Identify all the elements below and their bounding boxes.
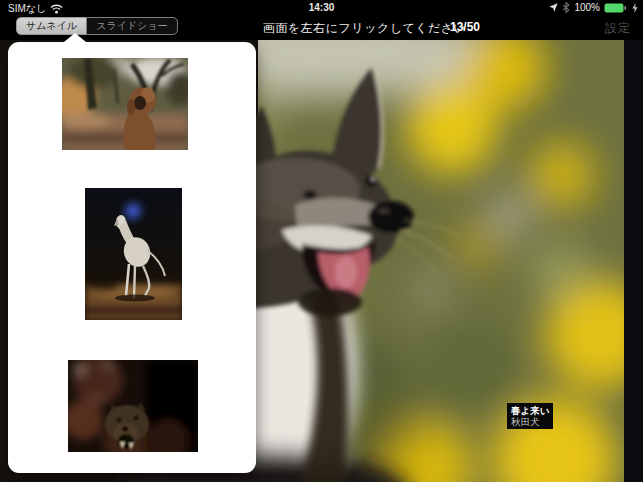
instruction-text: 画面を左右にフリックしてください	[263, 20, 466, 37]
thumbnail-popover	[8, 42, 256, 473]
charging-bolt-icon	[632, 3, 638, 13]
location-arrow-icon	[549, 3, 558, 12]
caption-title: 春よ来い	[511, 405, 549, 416]
thumbnail-dark-dog[interactable]	[68, 360, 198, 452]
bluetooth-icon	[562, 2, 570, 13]
app-screen: SIMなし 14:30 100%	[0, 0, 643, 482]
view-segmented-control: サムネイル スライドショー	[16, 17, 178, 35]
right-letterbox	[624, 40, 643, 482]
thumbnail-saluki[interactable]	[85, 188, 182, 320]
popover-arrow	[64, 33, 86, 42]
thumbnail-poodle[interactable]	[62, 58, 188, 150]
caption-subtitle: 秋田犬	[511, 416, 549, 427]
nav-bar: サムネイル スライドショー 画面を左右にフリックしてください 13/50 設定	[0, 16, 643, 40]
settings-button[interactable]: 設定	[605, 20, 631, 37]
battery-icon	[604, 3, 628, 13]
tab-slideshow[interactable]: スライドショー	[86, 17, 177, 35]
photo-caption: 春よ来い 秋田犬	[507, 403, 553, 429]
photo-counter: 13/50	[450, 20, 480, 34]
clock: 14:30	[0, 2, 643, 13]
battery-percent: 100%	[574, 2, 600, 13]
status-bar: SIMなし 14:30 100%	[0, 0, 643, 16]
